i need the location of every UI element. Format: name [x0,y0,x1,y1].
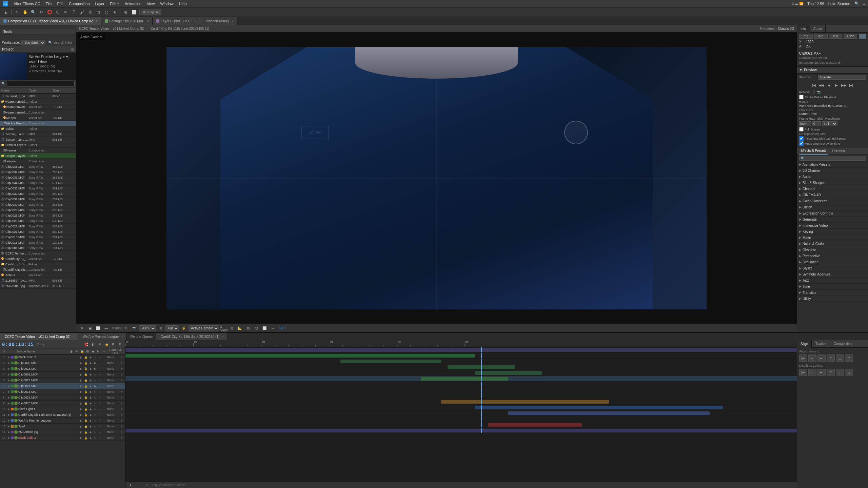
search-icon[interactable]: 🔍 [854,1,859,6]
layer-quality[interactable]: ◆ [88,413,93,416]
layer-lock[interactable]: 🔒 [83,425,88,428]
layer-vis[interactable] [14,413,18,416]
track-bar[interactable] [125,348,797,352]
layer-fx-off[interactable]: fx [93,436,97,440]
layer-row[interactable]: 8 ▶ Clip0025.MXF ◐ 🔒 ◆ fx ↔ None ▼ [0,395,125,401]
tl-zoom-out[interactable]: − [136,482,142,488]
menu-layer[interactable]: Layer [93,1,107,6]
tl-btn-magnet[interactable]: 🧲 [83,341,89,347]
layer-expand[interactable]: ▶ [7,361,11,365]
layer-quality[interactable]: ◆ [88,436,93,440]
viewer-grid[interactable]: ⊞ [229,325,235,331]
dist-btn-right[interactable]: ⊢| [817,369,826,376]
comp-tab-main[interactable]: CCFC Teaser Video – v01 Linked Comp 02 × [0,333,78,340]
layer-motion[interactable]: ↔ [98,396,102,399]
effect-item[interactable]: ▶ Distort [797,204,868,210]
viewer-fast-preview[interactable]: ⚡ [180,325,187,331]
viewer-toggle-transparency[interactable]: ▣ [86,325,93,331]
if-caching-checkbox[interactable] [799,136,804,141]
file-item[interactable]: 🎨 wearepremierleague.aep Vector Art 1.8 … [0,104,76,110]
layer-motion[interactable]: ↔ [98,390,102,393]
layer-solo[interactable]: ◐ [79,402,83,405]
file-item[interactable]: 🎬 wearepremierleague Composition [0,110,76,115]
effect-item[interactable]: ▶ Noise & Grain [797,241,868,247]
playhead[interactable] [481,416,482,422]
timecode-display[interactable]: 0:00:18:15 [2,342,34,347]
file-item[interactable]: 📁 Cardiff_...th June 20182150 Layers Fol… [0,262,76,267]
layer-parent[interactable]: None [102,419,119,422]
layer-expand[interactable]: ▶ [7,373,11,376]
layer-quality[interactable]: ◆ [88,362,93,365]
project-menu-btn[interactable]: ☰ [71,47,74,51]
playhead[interactable] [481,359,482,364]
layer-quality[interactable]: ◆ [88,419,93,422]
layer-lock[interactable]: 🔒 [83,390,88,393]
layer-solo[interactable]: ◐ [79,425,83,428]
tool-eraser[interactable]: ◻ [95,8,102,16]
timeline-ruler[interactable]: 0f 25f 20f [125,340,797,347]
layer-solo[interactable]: ◐ [79,431,83,434]
layer-fx-off[interactable]: fx [93,402,97,405]
layer-parent[interactable]: None [102,413,119,416]
viewer-camera-select[interactable]: Active Camera [189,325,219,331]
playhead[interactable] [481,410,482,416]
layer-parent[interactable]: None [102,390,119,393]
track-bar[interactable] [125,354,475,358]
track-row[interactable] [125,416,797,422]
layer-parent[interactable]: None [102,436,119,440]
layer-vis[interactable] [14,379,18,382]
layer-row[interactable]: 6 ▶ Clip0021.MXF ◐ 🔒 ◆ fx ↔ None ▼ [0,383,125,389]
breadcrumb-layer[interactable]: Cardiff City Kit-11th June 20182150 (1) [151,27,209,30]
playhead[interactable] [481,399,482,404]
layer-vis[interactable] [14,436,18,440]
layer-parent[interactable]: None [102,402,119,405]
layer-fx-off[interactable]: fx [93,425,97,428]
layer-motion[interactable]: ↔ [98,425,102,428]
layer-quality[interactable]: ◆ [88,396,93,399]
layer-vis[interactable] [14,402,18,405]
tl-btn-collapse[interactable]: ⊟ [117,341,123,347]
preview-section-header[interactable]: ▼ Preview [797,67,868,74]
layer-solo[interactable]: ◐ [79,408,83,411]
layer-parent[interactable]: None [102,430,119,434]
effects-search-input[interactable] [801,157,864,160]
layer-quality[interactable]: ◆ [88,402,93,405]
layer-lock[interactable]: 🔒 [83,373,88,376]
file-item[interactable]: 🎨 CardiffCityFC_Logo.eps Vector Art 1.7 … [0,256,76,262]
file-item[interactable]: 🎥 Clip0033.MXF Sony RAW 361 MB [0,186,76,191]
effect-item[interactable]: ▶ Perspective [797,253,868,259]
comp-tab-close-3[interactable]: × [222,335,224,338]
layer-row[interactable]: 2 ▶ Clip0030.MXF ◐ 🔒 ◆ fx ↔ None ▼ [0,360,125,366]
layer-fx-off[interactable]: fx [93,413,97,416]
track-bar[interactable] [340,360,441,363]
layer-motion[interactable]: ↔ [98,379,102,382]
align-btn-right[interactable]: ⊢| [817,354,826,362]
playhead[interactable] [481,393,482,399]
align-btn-vcenter[interactable]: ⊥ [836,354,844,362]
layer-fx[interactable]: fx [93,367,97,370]
menu-animation[interactable]: Animation [122,1,144,6]
layer-solo[interactable]: ◐ [79,367,83,370]
menu-effect[interactable]: Effect [107,1,122,6]
snapping-button[interactable]: ⊞ Snapping [141,9,161,15]
viewer-pixel-aspect[interactable]: ↔ [269,325,276,331]
layer-solo[interactable]: ◐ [79,356,83,359]
effect-item[interactable]: ▶ Text [797,278,868,284]
workspace-select[interactable]: Standard [21,40,45,45]
notification-icon[interactable]: ≡ [863,2,865,6]
layer-quality[interactable]: ◆ [88,408,93,411]
layer-expand[interactable]: ▶ [7,355,11,359]
layer-quality[interactable]: ◆ [88,385,93,388]
skip-input[interactable] [812,121,821,126]
file-item[interactable]: 🎨 Anteps Vector Art [0,272,76,278]
layer-solo[interactable]: ◐ [79,385,83,388]
viewer-view-count[interactable]: 1 View [220,325,227,331]
tab-flowchart[interactable]: Flowchart (none) × [200,17,237,25]
layer-fx[interactable]: fx [93,385,97,388]
effect-item[interactable]: ▶ Channel [797,186,868,192]
preview-prev-frame[interactable]: ◀◀ [818,82,825,88]
layer-lock[interactable]: 🔒 [83,379,88,382]
renderer-mode[interactable]: Classic 3D [778,27,794,30]
layer-motion[interactable]: ↔ [98,408,102,411]
effect-item[interactable]: ▶ Time [797,284,868,290]
